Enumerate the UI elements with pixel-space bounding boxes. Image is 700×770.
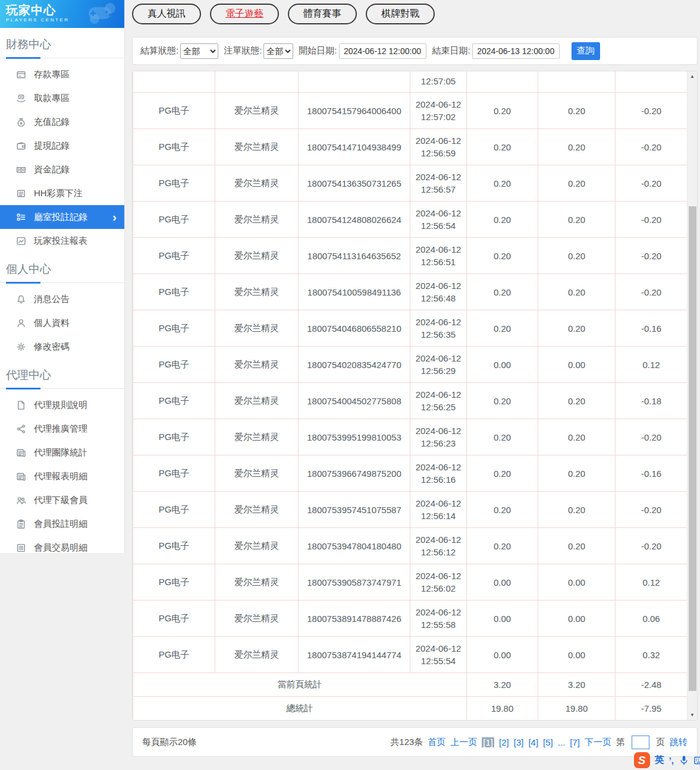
table-row: PG电子爱尔兰精灵18007539478041804802024-06-1212… bbox=[133, 528, 688, 564]
query-button[interactable]: 查詢 bbox=[572, 42, 600, 60]
category-tab-3[interactable]: 體育賽事 bbox=[288, 4, 357, 24]
sidebar: 玩家中心 PLAYERS CENTER 財務中心存款專區取款專區充值記錄提現記錄… bbox=[0, 0, 125, 553]
table-row: PG电子爱尔兰精灵18007541363507312652024-06-1212… bbox=[133, 165, 688, 202]
section-divider bbox=[0, 387, 124, 389]
cell-valid: 0.20 bbox=[538, 238, 616, 274]
sidebar-item-agent-team-stats[interactable]: 代理團隊統計 bbox=[0, 441, 124, 464]
cell-bet: 0.20 bbox=[467, 238, 538, 274]
sidebar-item-profile[interactable]: 個人資料 bbox=[0, 311, 124, 335]
cell-provider: PG电子 bbox=[133, 238, 215, 274]
sidebar-item-room-bet-record[interactable]: 廳室投註記錄› bbox=[0, 205, 124, 229]
deposit-icon bbox=[16, 70, 26, 80]
cell-profit: -0.20 bbox=[616, 202, 688, 238]
scrollbar-thumb[interactable] bbox=[689, 206, 696, 691]
scroll-down-icon[interactable]: ▼ bbox=[688, 710, 697, 720]
microphone-icon[interactable] bbox=[679, 755, 689, 766]
cell-profit: -0.20 bbox=[616, 274, 688, 310]
cell-order: 1800754113164635652 bbox=[299, 238, 410, 274]
cell-order: 1800754157964006400 bbox=[299, 93, 410, 129]
cell-order: 1800754136350731265 bbox=[299, 165, 410, 202]
cell-provider: PG电子 bbox=[133, 129, 215, 165]
cell-profit: -0.20 bbox=[616, 93, 688, 129]
cell-provider: PG电子 bbox=[133, 637, 215, 673]
cell-profit: -0.20 bbox=[616, 419, 688, 455]
page-link-5[interactable]: [5] bbox=[543, 737, 553, 747]
cell-order: 1800754100598491136 bbox=[299, 274, 410, 310]
cell-valid: 0.20 bbox=[538, 419, 616, 455]
filter-bar: 結算狀態: 全部 注單狀態: 全部 開始日期: 結束日期: 查詢 bbox=[132, 37, 698, 65]
page-link-7[interactable]: [7] bbox=[570, 737, 580, 747]
sidebar-item-funds-record[interactable]: 資金記錄 bbox=[0, 158, 124, 181]
cell-profit: -0.16 bbox=[616, 310, 688, 347]
ime-punctuation-toggle[interactable]: ’, bbox=[669, 755, 674, 765]
sidebar-item-member-trade-detail[interactable]: 會員交易明細 bbox=[0, 536, 124, 560]
sidebar-item-lottery-bet[interactable]: HH彩票下注 bbox=[0, 181, 124, 205]
bet-records-table-panel: 12:57:05PG电子爱尔兰精灵18007541579640064002024… bbox=[132, 71, 698, 721]
cell-order: 1800754020835424770 bbox=[299, 347, 410, 383]
cell-game: 爱尔兰精灵 bbox=[215, 129, 299, 165]
bet-table-body: 12:57:05PG电子爱尔兰精灵18007541579640064002024… bbox=[133, 71, 688, 721]
sidebar-item-withdraw[interactable]: 取款專區 bbox=[0, 86, 124, 110]
table-row: PG电子爱尔兰精灵18007541005984911362024-06-1212… bbox=[133, 274, 688, 310]
sidebar-item-member-bet-detail[interactable]: 會員投註明細 bbox=[0, 512, 124, 536]
sidebar-item-agent-members[interactable]: 代理下級會員 bbox=[0, 488, 124, 512]
cell-game: 爱尔兰精灵 bbox=[215, 528, 299, 564]
cell-time: 2024-06-1212:56:48 bbox=[410, 274, 467, 310]
scroll-up-icon[interactable]: ▲ bbox=[688, 71, 697, 81]
cell-time: 2024-06-1212:56:54 bbox=[410, 202, 467, 238]
pagination-ellipsis[interactable]: ... bbox=[558, 737, 566, 747]
room-bet-record-icon bbox=[16, 212, 26, 222]
order-status-select[interactable]: 全部 bbox=[263, 43, 293, 59]
keyboard-icon[interactable] bbox=[694, 755, 700, 766]
sidebar-item-agent-report[interactable]: 代理報表明細 bbox=[0, 464, 124, 488]
sidebar-item-agent-rules[interactable]: 代理規則說明 bbox=[0, 393, 124, 417]
category-tab-4[interactable]: 棋牌對戰 bbox=[366, 4, 435, 24]
sidebar-item-label: 代理團隊統計 bbox=[34, 447, 87, 458]
order-status-label: 注單狀態: bbox=[224, 45, 262, 56]
cell-provider: PG电子 bbox=[133, 383, 215, 419]
sidebar-item-withdrawal-record[interactable]: 提現記錄 bbox=[0, 134, 124, 158]
sidebar-item-label: 代理規則說明 bbox=[34, 400, 87, 411]
ime-language-toggle[interactable]: 英 bbox=[655, 754, 664, 766]
sidebar-item-label: 代理報表明細 bbox=[34, 471, 87, 482]
sidebar-item-recharge-record[interactable]: 充值記錄 bbox=[0, 110, 124, 134]
page-link-4[interactable]: [4] bbox=[528, 737, 538, 747]
cell-profit: -7.95 bbox=[616, 697, 688, 721]
category-tab-1[interactable]: 真人視訊 bbox=[132, 4, 201, 24]
settle-status-select[interactable]: 全部 bbox=[180, 43, 218, 59]
cell-bet: 0.20 bbox=[467, 492, 538, 528]
cell-game: 爱尔兰精灵 bbox=[215, 601, 299, 637]
end-date-input[interactable] bbox=[472, 43, 560, 59]
page-link-3[interactable]: [3] bbox=[514, 737, 524, 747]
cell-provider: PG电子 bbox=[133, 347, 215, 383]
jump-page-input[interactable] bbox=[632, 736, 649, 749]
page-link-current[interactable]: [1] bbox=[482, 737, 494, 747]
cell-profit: -0.20 bbox=[616, 238, 688, 274]
jump-prefix-label: 第 bbox=[616, 737, 625, 748]
sidebar-item-agent-promotion[interactable]: 代理推廣管理 bbox=[0, 417, 124, 441]
cell-game: 爱尔兰精灵 bbox=[215, 202, 299, 238]
table-row: PG电子爱尔兰精灵18007538914788874262024-06-1212… bbox=[133, 601, 688, 637]
member-trade-detail-icon bbox=[16, 543, 26, 553]
next-page-link[interactable]: 下一页 bbox=[585, 737, 611, 748]
jump-button[interactable]: 跳转 bbox=[670, 737, 688, 748]
page-link-2[interactable]: [2] bbox=[499, 737, 509, 747]
table-row-partial: 12:57:05 bbox=[133, 71, 688, 93]
sidebar-item-deposit[interactable]: 存款專區 bbox=[0, 62, 124, 86]
sidebar-item-change-password[interactable]: 修改密碼 bbox=[0, 335, 124, 359]
category-tab-2[interactable]: 電子遊藝 bbox=[210, 4, 279, 24]
cell-valid: 3.20 bbox=[538, 673, 616, 697]
cell-bet: 0.20 bbox=[467, 274, 538, 310]
cell-order: 1800753995199810053 bbox=[299, 419, 410, 455]
sidebar-item-player-bet-report[interactable]: 玩家投注報表 bbox=[0, 229, 124, 253]
first-page-link[interactable]: 首页 bbox=[428, 737, 445, 748]
cell-time: 2024-06-1212:55:54 bbox=[410, 637, 467, 673]
sogou-logo-icon[interactable]: S bbox=[634, 752, 650, 768]
withdraw-icon bbox=[16, 93, 26, 103]
sidebar-item-announcement[interactable]: 消息公告 bbox=[0, 287, 124, 311]
prev-page-link[interactable]: 上一页 bbox=[450, 737, 477, 748]
cell-time: 2024-06-1212:57:02 bbox=[410, 93, 467, 129]
start-date-input[interactable] bbox=[339, 43, 426, 59]
cell-bet: 19.80 bbox=[467, 697, 538, 721]
funds-record-icon bbox=[16, 165, 26, 175]
